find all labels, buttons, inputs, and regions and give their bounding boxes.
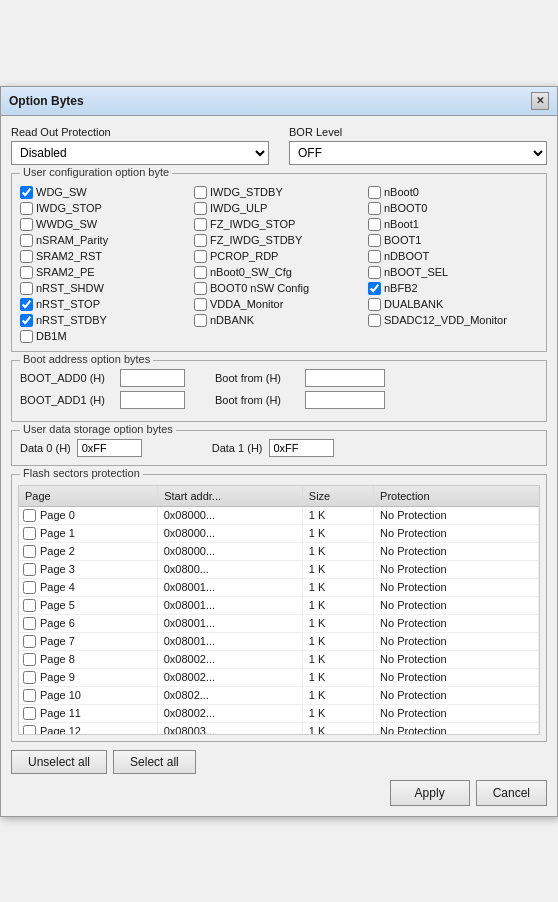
flash-protection: No Protection — [374, 596, 539, 614]
boot-add0-input[interactable] — [120, 369, 185, 387]
data0-input[interactable] — [77, 439, 142, 457]
flash-size: 1 K — [302, 650, 373, 668]
flash-row-checkbox-10[interactable] — [23, 689, 36, 702]
flash-page-label: Page 8 — [40, 653, 75, 665]
checkbox-DB1M[interactable] — [20, 330, 33, 343]
flash-row-checkbox-6[interactable] — [23, 617, 36, 630]
flash-row-checkbox-2[interactable] — [23, 545, 36, 558]
flash-row-checkbox-8[interactable] — [23, 653, 36, 666]
flash-protection: No Protection — [374, 614, 539, 632]
checkbox-VDDA_Monitor[interactable] — [194, 298, 207, 311]
table-row: Page 100x0802...1 KNo Protection — [19, 686, 539, 704]
flash-row-checkbox-4[interactable] — [23, 581, 36, 594]
checkbox-label-nDBANK: nDBANK — [210, 314, 254, 326]
checkbox-label-nRST_SHDW: nRST_SHDW — [36, 282, 104, 294]
flash-protection: No Protection — [374, 668, 539, 686]
checkbox-nBoot1[interactable] — [368, 218, 381, 231]
checkbox-item-SRAM2_PE: SRAM2_PE — [20, 266, 190, 279]
flash-page-label: Page 3 — [40, 563, 75, 575]
table-row: Page 90x08002...1 KNo Protection — [19, 668, 539, 686]
flash-start-addr: 0x0802... — [158, 686, 303, 704]
option-bytes-window: Option Bytes ✕ Read Out Protection Disab… — [0, 86, 558, 817]
flash-row-checkbox-7[interactable] — [23, 635, 36, 648]
flash-size: 1 K — [302, 668, 373, 686]
checkbox-nBFB2[interactable] — [368, 282, 381, 295]
flash-row-checkbox-0[interactable] — [23, 509, 36, 522]
checkbox-item-nRST_STDBY: nRST_STDBY — [20, 314, 190, 327]
title-bar: Option Bytes ✕ — [1, 87, 557, 116]
flash-row-checkbox-12[interactable] — [23, 725, 36, 735]
close-button[interactable]: ✕ — [531, 92, 549, 110]
checkbox-item-VDDA_Monitor: VDDA_Monitor — [194, 298, 364, 311]
checkbox-label-nBOOT0: nBOOT0 — [384, 202, 427, 214]
action-buttons: Apply Cancel — [11, 780, 547, 806]
checkbox-nBoot0[interactable] — [368, 186, 381, 199]
user-data-row: Data 0 (H) Data 1 (H) — [20, 439, 538, 457]
checkbox-nDBOOT[interactable] — [368, 250, 381, 263]
flash-row-checkbox-5[interactable] — [23, 599, 36, 612]
checkbox-DUALBANK[interactable] — [368, 298, 381, 311]
flash-protection: No Protection — [374, 578, 539, 596]
checkbox-nBOOT_SEL[interactable] — [368, 266, 381, 279]
flash-start-addr: 0x08000... — [158, 506, 303, 524]
checkbox-PCROP_RDP[interactable] — [194, 250, 207, 263]
flash-protection: No Protection — [374, 542, 539, 560]
checkbox-item-nBoot1: nBoot1 — [368, 218, 538, 231]
flash-row-checkbox-1[interactable] — [23, 527, 36, 540]
checkbox-label-nBFB2: nBFB2 — [384, 282, 418, 294]
checkbox-item-FZ_IWDG_STOP: FZ_IWDG_STOP — [194, 218, 364, 231]
checkbox-item-PCROP_RDP: PCROP_RDP — [194, 250, 364, 263]
checkbox-nDBANK[interactable] — [194, 314, 207, 327]
flash-start-addr: 0x08000... — [158, 524, 303, 542]
checkbox-nRST_STOP[interactable] — [20, 298, 33, 311]
unselect-all-button[interactable]: Unselect all — [11, 750, 107, 774]
checkbox-item-nSRAM_Parity: nSRAM_Parity — [20, 234, 190, 247]
checkbox-FZ_IWDG_STDBY[interactable] — [194, 234, 207, 247]
checkbox-SRAM2_RST[interactable] — [20, 250, 33, 263]
read-out-protection-select[interactable]: Disabled Level 1 Level 2 — [11, 141, 269, 165]
data1-input[interactable] — [269, 439, 334, 457]
checkbox-nBOOT0[interactable] — [368, 202, 381, 215]
flash-protection: No Protection — [374, 560, 539, 578]
select-all-button[interactable]: Select all — [113, 750, 196, 774]
bor-level-group: BOR Level OFF Level 1 Level 2 Level 3 — [289, 126, 547, 165]
checkbox-nRST_STDBY[interactable] — [20, 314, 33, 327]
apply-button[interactable]: Apply — [390, 780, 470, 806]
table-row: Page 10x08000...1 KNo Protection — [19, 524, 539, 542]
checkbox-item-DUALBANK: DUALBANK — [368, 298, 538, 311]
flash-page-label: Page 5 — [40, 599, 75, 611]
checkbox-FZ_IWDG_STOP[interactable] — [194, 218, 207, 231]
flash-start-addr: 0x08001... — [158, 614, 303, 632]
checkbox-IWDG_ULP[interactable] — [194, 202, 207, 215]
checkbox-IWDG_STDBY[interactable] — [194, 186, 207, 199]
flash-start-addr: 0x08002... — [158, 650, 303, 668]
top-dropdowns: Read Out Protection Disabled Level 1 Lev… — [11, 126, 547, 165]
table-row: Page 70x08001...1 KNo Protection — [19, 632, 539, 650]
bor-level-select[interactable]: OFF Level 1 Level 2 Level 3 — [289, 141, 547, 165]
flash-row-checkbox-3[interactable] — [23, 563, 36, 576]
boot-from-1-input[interactable] — [305, 391, 385, 409]
checkbox-BOOT1[interactable] — [368, 234, 381, 247]
boot-add0-label: BOOT_ADD0 (H) — [20, 372, 110, 384]
flash-start-addr: 0x08001... — [158, 596, 303, 614]
flash-page-cell: Page 11 — [19, 705, 158, 722]
boot-add1-input[interactable] — [120, 391, 185, 409]
checkbox-nRST_SHDW[interactable] — [20, 282, 33, 295]
checkbox-nSRAM_Parity[interactable] — [20, 234, 33, 247]
checkbox-label-FZ_IWDG_STDBY: FZ_IWDG_STDBY — [210, 234, 302, 246]
flash-table-wrapper[interactable]: Page Start addr... Size Protection Page … — [18, 485, 540, 735]
flash-row-checkbox-11[interactable] — [23, 707, 36, 720]
bottom-buttons-row: Unselect all Select all — [11, 750, 547, 774]
boot-from-0-input[interactable] — [305, 369, 385, 387]
checkbox-WDG_SW[interactable] — [20, 186, 33, 199]
checkbox-SDADC12_VDD_Monitor[interactable] — [368, 314, 381, 327]
flash-row-checkbox-9[interactable] — [23, 671, 36, 684]
checkbox-BOOT0_nSW_Config[interactable] — [194, 282, 207, 295]
checkbox-nBoot0_SW_Cfg[interactable] — [194, 266, 207, 279]
checkbox-SRAM2_PE[interactable] — [20, 266, 33, 279]
flash-table-header: Page Start addr... Size Protection — [19, 486, 539, 507]
cancel-button[interactable]: Cancel — [476, 780, 547, 806]
checkbox-WWDG_SW[interactable] — [20, 218, 33, 231]
checkbox-IWDG_STOP[interactable] — [20, 202, 33, 215]
table-row: Page 30x0800...1 KNo Protection — [19, 560, 539, 578]
